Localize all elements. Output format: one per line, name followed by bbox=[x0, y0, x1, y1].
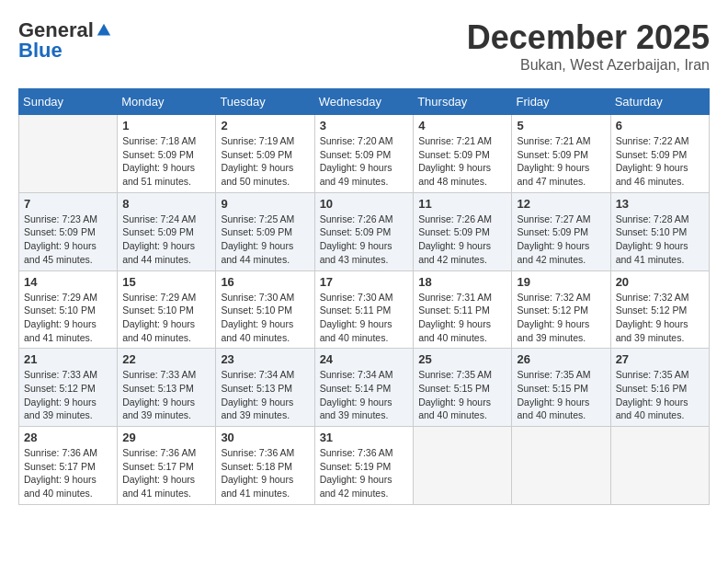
day-info: Sunrise: 7:36 AM Sunset: 5:18 PM Dayligh… bbox=[221, 446, 309, 500]
day-info: Sunrise: 7:28 AM Sunset: 5:10 PM Dayligh… bbox=[616, 213, 704, 267]
day-number: 5 bbox=[517, 119, 605, 132]
day-info: Sunrise: 7:21 AM Sunset: 5:09 PM Dayligh… bbox=[418, 134, 506, 189]
calendar-week-row: 28Sunrise: 7:36 AM Sunset: 5:17 PM Dayli… bbox=[19, 427, 710, 505]
day-number: 13 bbox=[616, 197, 704, 211]
calendar-day-header: Monday bbox=[118, 89, 216, 115]
calendar-day-cell: 1Sunrise: 7:18 AM Sunset: 5:09 PM Daylig… bbox=[118, 115, 216, 193]
day-info: Sunrise: 7:35 AM Sunset: 5:16 PM Dayligh… bbox=[616, 368, 704, 422]
day-number: 28 bbox=[24, 431, 112, 444]
day-info: Sunrise: 7:20 AM Sunset: 5:09 PM Dayligh… bbox=[320, 134, 409, 189]
day-number: 22 bbox=[122, 352, 210, 366]
calendar-day-cell: 18Sunrise: 7:31 AM Sunset: 5:11 PM Dayli… bbox=[414, 270, 512, 349]
day-number: 2 bbox=[221, 119, 309, 132]
day-number: 16 bbox=[221, 275, 309, 289]
calendar-header-row: SundayMondayTuesdayWednesdayThursdayFrid… bbox=[19, 89, 710, 115]
day-number: 25 bbox=[418, 352, 506, 366]
calendar-day-header: Sunday bbox=[19, 89, 118, 115]
calendar-day-header: Thursday bbox=[414, 89, 512, 115]
day-info: Sunrise: 7:36 AM Sunset: 5:17 PM Dayligh… bbox=[24, 446, 112, 500]
svg-marker-0 bbox=[97, 24, 110, 36]
calendar-day-cell bbox=[19, 115, 118, 193]
day-info: Sunrise: 7:18 AM Sunset: 5:09 PM Dayligh… bbox=[122, 134, 210, 189]
calendar-day-cell: 5Sunrise: 7:21 AM Sunset: 5:09 PM Daylig… bbox=[512, 115, 610, 193]
day-number: 23 bbox=[221, 352, 309, 366]
day-info: Sunrise: 7:25 AM Sunset: 5:09 PM Dayligh… bbox=[221, 213, 309, 267]
day-info: Sunrise: 7:29 AM Sunset: 5:10 PM Dayligh… bbox=[24, 291, 112, 345]
calendar-day-cell: 7Sunrise: 7:23 AM Sunset: 5:09 PM Daylig… bbox=[19, 192, 118, 270]
calendar-day-cell: 6Sunrise: 7:22 AM Sunset: 5:09 PM Daylig… bbox=[610, 115, 709, 193]
calendar-day-cell: 29Sunrise: 7:36 AM Sunset: 5:17 PM Dayli… bbox=[118, 427, 216, 505]
calendar-day-cell: 14Sunrise: 7:29 AM Sunset: 5:10 PM Dayli… bbox=[19, 270, 118, 349]
calendar-day-cell: 16Sunrise: 7:30 AM Sunset: 5:10 PM Dayli… bbox=[216, 270, 314, 349]
day-info: Sunrise: 7:24 AM Sunset: 5:09 PM Dayligh… bbox=[122, 213, 210, 267]
day-info: Sunrise: 7:19 AM Sunset: 5:09 PM Dayligh… bbox=[221, 134, 309, 189]
day-number: 8 bbox=[122, 197, 210, 211]
calendar-day-header: Saturday bbox=[610, 89, 709, 115]
day-info: Sunrise: 7:26 AM Sunset: 5:09 PM Dayligh… bbox=[418, 213, 506, 267]
calendar-day-cell: 13Sunrise: 7:28 AM Sunset: 5:10 PM Dayli… bbox=[610, 192, 709, 270]
day-info: Sunrise: 7:26 AM Sunset: 5:09 PM Dayligh… bbox=[320, 213, 409, 267]
calendar-day-header: Friday bbox=[512, 89, 610, 115]
calendar-day-cell: 21Sunrise: 7:33 AM Sunset: 5:12 PM Dayli… bbox=[19, 349, 118, 427]
calendar-day-cell bbox=[610, 427, 709, 505]
calendar-day-cell: 10Sunrise: 7:26 AM Sunset: 5:09 PM Dayli… bbox=[314, 192, 414, 270]
day-info: Sunrise: 7:33 AM Sunset: 5:12 PM Dayligh… bbox=[24, 368, 112, 422]
day-number: 12 bbox=[517, 197, 605, 211]
day-info: Sunrise: 7:36 AM Sunset: 5:17 PM Dayligh… bbox=[122, 446, 210, 500]
calendar-day-cell: 2Sunrise: 7:19 AM Sunset: 5:09 PM Daylig… bbox=[216, 115, 314, 193]
calendar-week-row: 1Sunrise: 7:18 AM Sunset: 5:09 PM Daylig… bbox=[19, 115, 710, 193]
calendar-day-cell: 9Sunrise: 7:25 AM Sunset: 5:09 PM Daylig… bbox=[216, 192, 314, 270]
day-info: Sunrise: 7:31 AM Sunset: 5:11 PM Dayligh… bbox=[418, 291, 506, 345]
calendar-day-cell: 8Sunrise: 7:24 AM Sunset: 5:09 PM Daylig… bbox=[118, 192, 216, 270]
day-number: 9 bbox=[221, 197, 309, 211]
day-number: 17 bbox=[320, 275, 409, 289]
calendar-day-cell: 28Sunrise: 7:36 AM Sunset: 5:17 PM Dayli… bbox=[19, 427, 118, 505]
day-number: 6 bbox=[616, 119, 704, 132]
day-info: Sunrise: 7:30 AM Sunset: 5:10 PM Dayligh… bbox=[221, 291, 309, 345]
day-number: 21 bbox=[24, 352, 112, 366]
day-number: 4 bbox=[418, 119, 506, 132]
day-number: 31 bbox=[320, 431, 409, 444]
calendar-day-cell: 20Sunrise: 7:32 AM Sunset: 5:12 PM Dayli… bbox=[610, 270, 709, 349]
day-number: 27 bbox=[616, 352, 704, 366]
calendar-day-cell: 23Sunrise: 7:34 AM Sunset: 5:13 PM Dayli… bbox=[216, 349, 314, 427]
day-number: 1 bbox=[122, 119, 210, 132]
calendar-day-cell: 4Sunrise: 7:21 AM Sunset: 5:09 PM Daylig… bbox=[414, 115, 512, 193]
calendar-day-cell: 12Sunrise: 7:27 AM Sunset: 5:09 PM Dayli… bbox=[512, 192, 610, 270]
calendar-day-cell: 26Sunrise: 7:35 AM Sunset: 5:15 PM Dayli… bbox=[512, 349, 610, 427]
day-number: 15 bbox=[122, 275, 210, 289]
day-info: Sunrise: 7:22 AM Sunset: 5:09 PM Dayligh… bbox=[616, 134, 704, 189]
calendar-day-cell: 19Sunrise: 7:32 AM Sunset: 5:12 PM Dayli… bbox=[512, 270, 610, 349]
day-number: 26 bbox=[517, 352, 605, 366]
day-number: 11 bbox=[418, 197, 506, 211]
day-info: Sunrise: 7:32 AM Sunset: 5:12 PM Dayligh… bbox=[616, 291, 704, 345]
day-info: Sunrise: 7:33 AM Sunset: 5:13 PM Dayligh… bbox=[122, 368, 210, 422]
title-block: December 2025 Bukan, West Azerbaijan, Ir… bbox=[467, 18, 710, 74]
logo-blue: Blue bbox=[18, 39, 63, 63]
day-info: Sunrise: 7:30 AM Sunset: 5:11 PM Dayligh… bbox=[320, 291, 409, 345]
day-number: 19 bbox=[517, 275, 605, 289]
calendar-day-cell: 27Sunrise: 7:35 AM Sunset: 5:16 PM Dayli… bbox=[610, 349, 709, 427]
month-title: December 2025 bbox=[467, 18, 710, 57]
day-number: 14 bbox=[24, 275, 112, 289]
day-info: Sunrise: 7:21 AM Sunset: 5:09 PM Dayligh… bbox=[517, 134, 605, 189]
day-number: 20 bbox=[616, 275, 704, 289]
day-info: Sunrise: 7:34 AM Sunset: 5:13 PM Dayligh… bbox=[221, 368, 309, 422]
calendar-day-cell: 17Sunrise: 7:30 AM Sunset: 5:11 PM Dayli… bbox=[314, 270, 414, 349]
calendar-day-cell: 11Sunrise: 7:26 AM Sunset: 5:09 PM Dayli… bbox=[414, 192, 512, 270]
calendar-day-cell bbox=[414, 427, 512, 505]
logo-icon bbox=[96, 22, 112, 39]
day-info: Sunrise: 7:36 AM Sunset: 5:19 PM Dayligh… bbox=[320, 446, 409, 500]
location-subtitle: Bukan, West Azerbaijan, Iran bbox=[467, 57, 710, 74]
calendar-day-cell: 3Sunrise: 7:20 AM Sunset: 5:09 PM Daylig… bbox=[314, 115, 414, 193]
calendar-day-cell bbox=[512, 427, 610, 505]
calendar-day-cell: 31Sunrise: 7:36 AM Sunset: 5:19 PM Dayli… bbox=[314, 427, 414, 505]
day-info: Sunrise: 7:23 AM Sunset: 5:09 PM Dayligh… bbox=[24, 213, 112, 267]
calendar-week-row: 21Sunrise: 7:33 AM Sunset: 5:12 PM Dayli… bbox=[19, 349, 710, 427]
day-number: 10 bbox=[320, 197, 409, 211]
calendar-day-header: Tuesday bbox=[216, 89, 314, 115]
calendar-day-cell: 24Sunrise: 7:34 AM Sunset: 5:14 PM Dayli… bbox=[314, 349, 414, 427]
day-info: Sunrise: 7:27 AM Sunset: 5:09 PM Dayligh… bbox=[517, 213, 605, 267]
day-info: Sunrise: 7:35 AM Sunset: 5:15 PM Dayligh… bbox=[418, 368, 506, 422]
day-number: 30 bbox=[221, 431, 309, 444]
